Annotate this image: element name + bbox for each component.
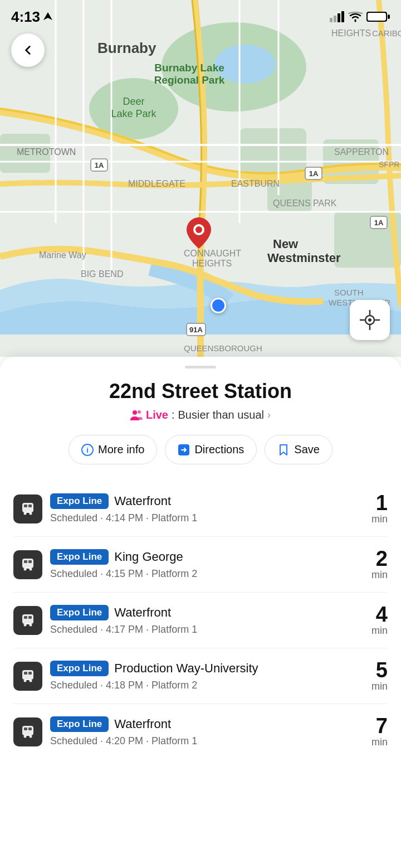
- svg-text:i: i: [86, 446, 89, 454]
- svg-text:BIG BEND: BIG BEND: [81, 269, 123, 279]
- expo-line-badge: Expo Line: [50, 716, 109, 732]
- locate-button[interactable]: [350, 300, 390, 340]
- transit-destination: Waterfront: [114, 605, 171, 620]
- svg-text:1A: 1A: [95, 161, 104, 169]
- back-chevron-icon: [22, 44, 34, 56]
- info-icon: i: [81, 444, 94, 456]
- transit-info: Expo Line King George Scheduled · 4:15 P…: [50, 549, 371, 580]
- minutes-number: 5: [371, 660, 388, 681]
- live-status-row[interactable]: Live: Busier than usual ›: [13, 409, 388, 421]
- svg-rect-65: [24, 505, 27, 507]
- svg-text:QUEENS PARK: QUEENS PARK: [273, 198, 337, 208]
- svg-text:Deer: Deer: [123, 96, 144, 107]
- svg-rect-83: [24, 672, 27, 675]
- map-container: Burnaby Burnaby Lake Regional Park Deer …: [0, 0, 401, 357]
- expo-line-badge: Expo Line: [50, 661, 109, 676]
- svg-text:EASTBURN: EASTBURN: [231, 179, 280, 188]
- live-label: Live: [146, 409, 168, 421]
- svg-text:Lake Park: Lake Park: [111, 108, 157, 119]
- more-info-button[interactable]: i More info: [69, 435, 157, 464]
- expo-line-badge: Expo Line: [50, 605, 109, 620]
- drag-handle: [185, 366, 216, 368]
- user-location-dot: [211, 298, 226, 313]
- svg-rect-77: [24, 616, 27, 619]
- transit-info: Expo Line Waterfront Scheduled · 4:17 PM…: [50, 605, 371, 636]
- transit-row[interactable]: Expo Line Waterfront Scheduled · 4:17 PM…: [13, 592, 388, 648]
- svg-text:HEIGHTS: HEIGHTS: [192, 259, 232, 268]
- transit-row[interactable]: Expo Line Waterfront Scheduled · 4:20 PM…: [13, 704, 388, 759]
- transit-arrival-time: 1 min: [371, 492, 388, 525]
- save-button[interactable]: Save: [265, 435, 332, 464]
- location-arrow-icon: [43, 12, 52, 21]
- train-icon: [20, 613, 36, 628]
- svg-rect-3: [239, 128, 306, 173]
- transit-row[interactable]: Expo Line Waterfront Scheduled · 4:14 PM…: [13, 481, 388, 536]
- svg-text:SFPR: SFPR: [379, 160, 399, 169]
- map-pin: [187, 217, 211, 251]
- svg-text:SAPPERTON: SAPPERTON: [334, 147, 389, 157]
- minutes-label: min: [371, 513, 388, 525]
- transit-info: Expo Line Waterfront Scheduled · 4:20 PM…: [50, 716, 371, 747]
- action-buttons-row: i More info Directions Save: [13, 435, 388, 464]
- minutes-label: min: [371, 625, 388, 637]
- svg-point-54: [368, 318, 371, 322]
- minutes-label: min: [371, 681, 388, 692]
- svg-text:QUEENSBOROUGH: QUEENSBOROUGH: [184, 343, 262, 353]
- minutes-number: 4: [371, 604, 388, 625]
- svg-text:1A: 1A: [309, 169, 319, 178]
- status-time: 4:13: [11, 8, 52, 26]
- svg-rect-89: [24, 728, 27, 730]
- transit-row[interactable]: Expo Line Production Way-University Sche…: [13, 648, 388, 704]
- transit-mode-icon: [13, 606, 42, 635]
- transit-info: Expo Line Production Way-University Sche…: [50, 661, 371, 691]
- save-label: Save: [294, 443, 320, 456]
- svg-rect-71: [24, 560, 27, 563]
- minutes-label: min: [371, 569, 388, 581]
- transit-arrival-time: 7 min: [371, 715, 388, 748]
- bottom-sheet: 22nd Street Station Live: Busier than us…: [0, 357, 401, 776]
- transit-mode-icon: [13, 494, 42, 523]
- locate-icon: [360, 310, 380, 330]
- wifi-icon: [348, 11, 363, 22]
- transit-detail: Scheduled · 4:14 PM · Platform 1: [50, 512, 371, 524]
- svg-text:New: New: [273, 237, 299, 251]
- svg-rect-90: [28, 728, 32, 730]
- transit-mode-icon: [13, 717, 42, 746]
- svg-point-60: [138, 410, 141, 414]
- svg-rect-78: [28, 616, 32, 619]
- minutes-label: min: [371, 736, 388, 748]
- svg-text:Burnaby: Burnaby: [97, 40, 157, 56]
- svg-text:HEIGHTS: HEIGHTS: [331, 28, 371, 38]
- transit-row[interactable]: Expo Line King George Scheduled · 4:15 P…: [13, 536, 388, 592]
- minutes-number: 2: [371, 548, 388, 569]
- svg-text:METROTOWN: METROTOWN: [17, 147, 76, 157]
- minutes-number: 7: [371, 715, 388, 736]
- train-icon: [20, 668, 36, 684]
- transit-detail: Scheduled · 4:20 PM · Platform 1: [50, 735, 371, 747]
- transit-destination: Waterfront: [114, 717, 171, 731]
- minutes-number: 1: [371, 492, 388, 513]
- directions-label: Directions: [194, 443, 244, 456]
- transit-detail: Scheduled · 4:15 PM · Platform 2: [50, 568, 371, 580]
- directions-button[interactable]: Directions: [165, 435, 257, 464]
- svg-rect-50: [368, 13, 386, 21]
- expo-line-badge: Expo Line: [50, 549, 109, 565]
- svg-rect-64: [22, 503, 33, 512]
- time-display: 4:13: [11, 8, 40, 26]
- svg-text:Regional Park: Regional Park: [154, 74, 225, 86]
- bookmark-icon: [277, 444, 290, 456]
- status-bar: 4:13: [0, 0, 401, 28]
- transit-mode-icon: [13, 550, 42, 579]
- expo-line-badge: Expo Line: [50, 493, 109, 509]
- svg-text:91A: 91A: [189, 326, 203, 334]
- transit-list: Expo Line Waterfront Scheduled · 4:14 PM…: [13, 481, 388, 759]
- back-button[interactable]: [11, 33, 45, 67]
- svg-rect-70: [22, 559, 33, 568]
- status-icons: [330, 11, 390, 23]
- location-pin-icon: [187, 217, 211, 249]
- transit-arrival-time: 4 min: [371, 604, 388, 637]
- signal-icon: [330, 11, 344, 22]
- transit-destination: Waterfront: [114, 494, 171, 508]
- svg-rect-49: [388, 14, 390, 19]
- battery-icon: [366, 11, 390, 23]
